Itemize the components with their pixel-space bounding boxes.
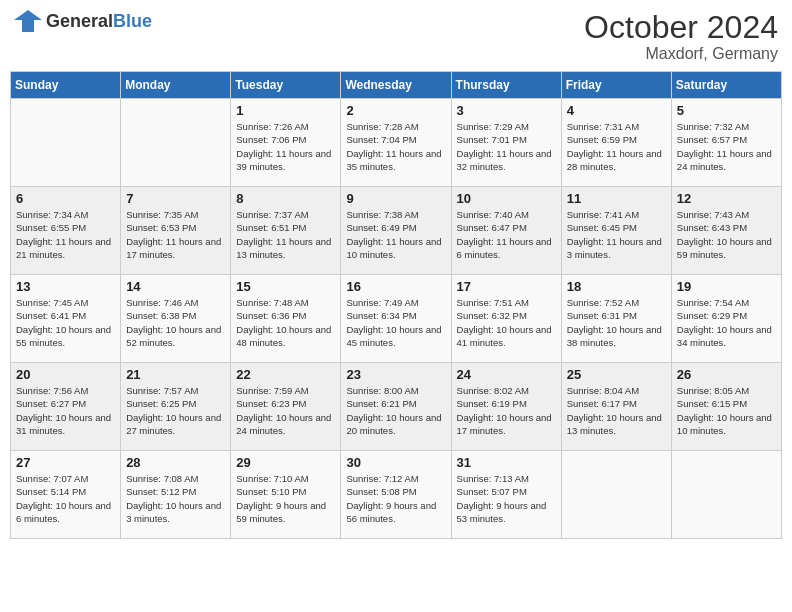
calendar-cell: 17Sunrise: 7:51 AM Sunset: 6:32 PM Dayli… — [451, 275, 561, 363]
day-detail: Sunrise: 7:59 AM Sunset: 6:23 PM Dayligh… — [236, 384, 335, 437]
day-number: 11 — [567, 191, 666, 206]
day-number: 28 — [126, 455, 225, 470]
calendar-cell: 15Sunrise: 7:48 AM Sunset: 6:36 PM Dayli… — [231, 275, 341, 363]
day-number: 22 — [236, 367, 335, 382]
day-detail: Sunrise: 7:45 AM Sunset: 6:41 PM Dayligh… — [16, 296, 115, 349]
day-detail: Sunrise: 7:28 AM Sunset: 7:04 PM Dayligh… — [346, 120, 445, 173]
calendar-week-row: 27Sunrise: 7:07 AM Sunset: 5:14 PM Dayli… — [11, 451, 782, 539]
calendar-cell: 25Sunrise: 8:04 AM Sunset: 6:17 PM Dayli… — [561, 363, 671, 451]
calendar-cell — [11, 99, 121, 187]
calendar-cell: 18Sunrise: 7:52 AM Sunset: 6:31 PM Dayli… — [561, 275, 671, 363]
day-detail: Sunrise: 7:31 AM Sunset: 6:59 PM Dayligh… — [567, 120, 666, 173]
calendar-cell: 2Sunrise: 7:28 AM Sunset: 7:04 PM Daylig… — [341, 99, 451, 187]
weekday-header-row: SundayMondayTuesdayWednesdayThursdayFrid… — [11, 72, 782, 99]
header: GeneralBlue October 2024 Maxdorf, German… — [10, 10, 782, 63]
calendar-cell: 7Sunrise: 7:35 AM Sunset: 6:53 PM Daylig… — [121, 187, 231, 275]
calendar-cell: 27Sunrise: 7:07 AM Sunset: 5:14 PM Dayli… — [11, 451, 121, 539]
day-detail: Sunrise: 7:12 AM Sunset: 5:08 PM Dayligh… — [346, 472, 445, 525]
day-number: 17 — [457, 279, 556, 294]
day-detail: Sunrise: 7:35 AM Sunset: 6:53 PM Dayligh… — [126, 208, 225, 261]
calendar-cell: 9Sunrise: 7:38 AM Sunset: 6:49 PM Daylig… — [341, 187, 451, 275]
day-number: 30 — [346, 455, 445, 470]
day-number: 27 — [16, 455, 115, 470]
day-number: 29 — [236, 455, 335, 470]
day-detail: Sunrise: 7:41 AM Sunset: 6:45 PM Dayligh… — [567, 208, 666, 261]
day-number: 31 — [457, 455, 556, 470]
calendar-cell: 26Sunrise: 8:05 AM Sunset: 6:15 PM Dayli… — [671, 363, 781, 451]
day-detail: Sunrise: 7:29 AM Sunset: 7:01 PM Dayligh… — [457, 120, 556, 173]
calendar-cell: 20Sunrise: 7:56 AM Sunset: 6:27 PM Dayli… — [11, 363, 121, 451]
day-detail: Sunrise: 7:49 AM Sunset: 6:34 PM Dayligh… — [346, 296, 445, 349]
day-number: 24 — [457, 367, 556, 382]
day-number: 15 — [236, 279, 335, 294]
day-detail: Sunrise: 7:26 AM Sunset: 7:06 PM Dayligh… — [236, 120, 335, 173]
day-number: 26 — [677, 367, 776, 382]
calendar-cell: 16Sunrise: 7:49 AM Sunset: 6:34 PM Dayli… — [341, 275, 451, 363]
calendar-cell: 4Sunrise: 7:31 AM Sunset: 6:59 PM Daylig… — [561, 99, 671, 187]
day-number: 5 — [677, 103, 776, 118]
weekday-header-friday: Friday — [561, 72, 671, 99]
day-number: 4 — [567, 103, 666, 118]
calendar-cell: 23Sunrise: 8:00 AM Sunset: 6:21 PM Dayli… — [341, 363, 451, 451]
day-detail: Sunrise: 7:57 AM Sunset: 6:25 PM Dayligh… — [126, 384, 225, 437]
calendar-week-row: 1Sunrise: 7:26 AM Sunset: 7:06 PM Daylig… — [11, 99, 782, 187]
day-detail: Sunrise: 7:07 AM Sunset: 5:14 PM Dayligh… — [16, 472, 115, 525]
calendar-cell: 14Sunrise: 7:46 AM Sunset: 6:38 PM Dayli… — [121, 275, 231, 363]
calendar-cell: 12Sunrise: 7:43 AM Sunset: 6:43 PM Dayli… — [671, 187, 781, 275]
month-title: October 2024 — [584, 10, 778, 45]
calendar-cell: 30Sunrise: 7:12 AM Sunset: 5:08 PM Dayli… — [341, 451, 451, 539]
day-detail: Sunrise: 8:02 AM Sunset: 6:19 PM Dayligh… — [457, 384, 556, 437]
day-detail: Sunrise: 7:56 AM Sunset: 6:27 PM Dayligh… — [16, 384, 115, 437]
day-detail: Sunrise: 7:40 AM Sunset: 6:47 PM Dayligh… — [457, 208, 556, 261]
weekday-header-saturday: Saturday — [671, 72, 781, 99]
day-detail: Sunrise: 7:54 AM Sunset: 6:29 PM Dayligh… — [677, 296, 776, 349]
title-area: October 2024 Maxdorf, Germany — [584, 10, 778, 63]
day-number: 14 — [126, 279, 225, 294]
calendar-cell: 3Sunrise: 7:29 AM Sunset: 7:01 PM Daylig… — [451, 99, 561, 187]
day-number: 12 — [677, 191, 776, 206]
day-number: 23 — [346, 367, 445, 382]
day-number: 13 — [16, 279, 115, 294]
day-number: 7 — [126, 191, 225, 206]
day-detail: Sunrise: 7:43 AM Sunset: 6:43 PM Dayligh… — [677, 208, 776, 261]
day-detail: Sunrise: 7:38 AM Sunset: 6:49 PM Dayligh… — [346, 208, 445, 261]
calendar-cell: 28Sunrise: 7:08 AM Sunset: 5:12 PM Dayli… — [121, 451, 231, 539]
weekday-header-monday: Monday — [121, 72, 231, 99]
day-detail: Sunrise: 7:46 AM Sunset: 6:38 PM Dayligh… — [126, 296, 225, 349]
day-number: 9 — [346, 191, 445, 206]
location-title: Maxdorf, Germany — [584, 45, 778, 63]
calendar-cell — [561, 451, 671, 539]
day-detail: Sunrise: 7:32 AM Sunset: 6:57 PM Dayligh… — [677, 120, 776, 173]
day-number: 19 — [677, 279, 776, 294]
calendar-cell: 24Sunrise: 8:02 AM Sunset: 6:19 PM Dayli… — [451, 363, 561, 451]
day-detail: Sunrise: 7:13 AM Sunset: 5:07 PM Dayligh… — [457, 472, 556, 525]
day-number: 21 — [126, 367, 225, 382]
day-detail: Sunrise: 7:08 AM Sunset: 5:12 PM Dayligh… — [126, 472, 225, 525]
day-number: 18 — [567, 279, 666, 294]
calendar-cell — [671, 451, 781, 539]
calendar-table: SundayMondayTuesdayWednesdayThursdayFrid… — [10, 71, 782, 539]
day-detail: Sunrise: 7:52 AM Sunset: 6:31 PM Dayligh… — [567, 296, 666, 349]
day-number: 20 — [16, 367, 115, 382]
day-detail: Sunrise: 7:34 AM Sunset: 6:55 PM Dayligh… — [16, 208, 115, 261]
day-number: 16 — [346, 279, 445, 294]
calendar-cell — [121, 99, 231, 187]
calendar-week-row: 6Sunrise: 7:34 AM Sunset: 6:55 PM Daylig… — [11, 187, 782, 275]
day-number: 8 — [236, 191, 335, 206]
svg-marker-0 — [14, 10, 42, 32]
calendar-cell: 8Sunrise: 7:37 AM Sunset: 6:51 PM Daylig… — [231, 187, 341, 275]
day-detail: Sunrise: 7:48 AM Sunset: 6:36 PM Dayligh… — [236, 296, 335, 349]
weekday-header-wednesday: Wednesday — [341, 72, 451, 99]
logo-icon — [14, 10, 42, 32]
calendar-cell: 21Sunrise: 7:57 AM Sunset: 6:25 PM Dayli… — [121, 363, 231, 451]
day-number: 3 — [457, 103, 556, 118]
calendar-cell: 31Sunrise: 7:13 AM Sunset: 5:07 PM Dayli… — [451, 451, 561, 539]
calendar-cell: 19Sunrise: 7:54 AM Sunset: 6:29 PM Dayli… — [671, 275, 781, 363]
day-detail: Sunrise: 8:05 AM Sunset: 6:15 PM Dayligh… — [677, 384, 776, 437]
calendar-cell: 6Sunrise: 7:34 AM Sunset: 6:55 PM Daylig… — [11, 187, 121, 275]
calendar-cell: 11Sunrise: 7:41 AM Sunset: 6:45 PM Dayli… — [561, 187, 671, 275]
day-detail: Sunrise: 8:04 AM Sunset: 6:17 PM Dayligh… — [567, 384, 666, 437]
calendar-cell: 22Sunrise: 7:59 AM Sunset: 6:23 PM Dayli… — [231, 363, 341, 451]
day-number: 1 — [236, 103, 335, 118]
day-detail: Sunrise: 7:37 AM Sunset: 6:51 PM Dayligh… — [236, 208, 335, 261]
